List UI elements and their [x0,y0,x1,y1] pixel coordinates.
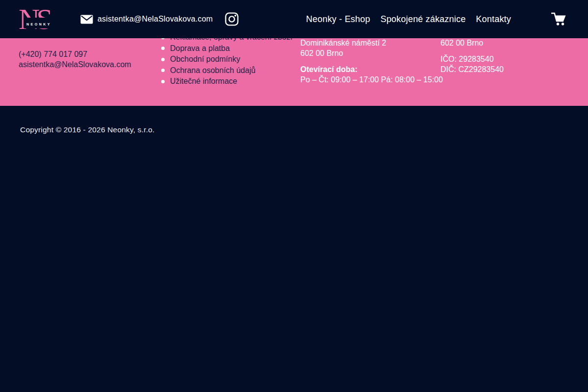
list-item: Užitečné informace [161,77,293,86]
list-item: Obchodní podmínky [161,55,293,64]
bullet-icon [161,47,165,50]
main-nav: Neonky - Eshop Spokojené zákaznice Konta… [306,14,511,24]
company-city: 602 00 Brno [441,38,504,49]
company-ico: IČO: 29283540 [441,54,504,65]
header-email-link[interactable]: asistentka@NelaSlovakova.com [80,15,213,24]
footer-phone-link[interactable]: (+420) 774 017 097 [19,49,131,59]
list-item: Doprava a platba [161,45,293,53]
instagram-icon [225,12,239,26]
address-city: 602 00 Brno [300,49,443,59]
list-item: Ochrana osobních údajů [161,67,293,75]
footer-link-uzitecne-informace[interactable]: Užitečné informace [170,77,237,86]
bullet-icon [161,69,165,72]
bullet-icon [161,58,165,61]
footer-address-column: Dominikánské náměstí 2 602 00 Brno Oteví… [300,38,443,85]
opening-hours-value: Po – Čt: 09:00 – 17:00 Pá: 08:00 – 15:00 [300,75,443,85]
logo[interactable]: NS NEONKY [19,6,58,34]
footer-company-column: 602 00 Brno IČO: 29283540 DIČ: CZ2928354… [441,38,504,74]
footer-contact-column: (+420) 774 017 097 asistentka@NelaSlovak… [19,49,131,70]
logo-strip: NEONKY [24,18,54,28]
copyright-bar: Copyright © 2016 - 2026 Neonky, s.r.o. [20,126,155,134]
bullet-icon [161,80,165,83]
shopping-cart-icon [550,12,567,26]
copyright-text: Copyright © 2016 - 2026 Neonky, s.r.o. [20,126,155,134]
company-dic: DIČ: CZ29283540 [441,65,504,75]
header-email-text: asistentka@NelaSlovakova.com [98,15,213,24]
nav-spokojene-zakaznice[interactable]: Spokojené zákaznice [380,14,466,24]
instagram-link[interactable] [225,12,239,26]
footer-link-obchodni-podminky[interactable]: Obchodní podmínky [170,55,240,64]
cart-button[interactable] [550,12,567,26]
footer-link-ochrana-udaju[interactable]: Ochrana osobních údajů [170,66,255,75]
address-street: Dominikánské náměstí 2 [300,38,443,49]
nav-kontakty[interactable]: Kontakty [476,14,511,24]
footer-links-list: Reklamace, opravy a vrácení zboží Doprav… [161,33,293,89]
opening-hours-label: Otevírací doba: [300,65,443,75]
logo-wordmark: NEONKY [26,23,51,26]
header: NS NEONKY asistentka@NelaSlovakova.com N… [0,0,588,38]
footer: (+420) 774 017 097 asistentka@NelaSlovak… [0,29,588,106]
envelope-icon [80,15,93,24]
footer-email-link[interactable]: asistentka@NelaSlovakova.com [19,59,131,70]
footer-link-doprava[interactable]: Doprava a platba [170,44,230,53]
nav-eshop[interactable]: Neonky - Eshop [306,14,370,24]
